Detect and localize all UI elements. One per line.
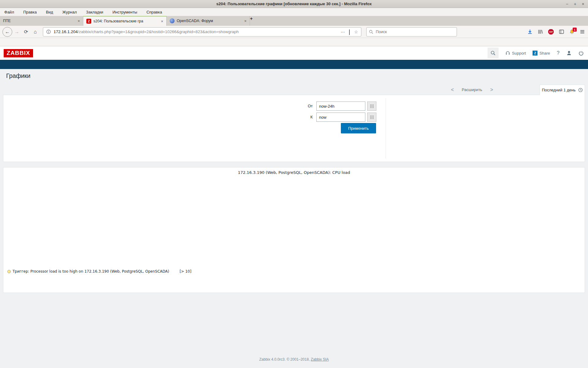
time-shift-right-icon[interactable]: > <box>490 87 493 93</box>
notifications-icon[interactable]: 1 <box>569 29 575 34</box>
zabbix-footer: Zabbix 4.0.0rc3. © 2001–2018, Zabbix SIA <box>0 357 588 362</box>
help-link[interactable]: ? <box>557 50 560 56</box>
chart-panel: 172.16.3.190 (Web, PostgreSQL, OpenSCADA… <box>3 167 585 293</box>
forward-button[interactable]: → <box>12 27 21 36</box>
search-bar[interactable] <box>366 27 457 36</box>
tab-bar: ПТЕ×Zs204: Пользовательские гра×OpenSCAD… <box>0 16 588 26</box>
home-button[interactable]: ⌂ <box>31 27 40 36</box>
to-calendar-button[interactable] <box>367 113 376 122</box>
window-controls: − + × <box>566 0 584 8</box>
tab-title: OpenSCADA: Форум <box>177 19 240 23</box>
browser-tab-1[interactable]: Zs204: Пользовательские гра× <box>83 16 167 26</box>
tab-close-icon[interactable]: × <box>159 19 163 24</box>
zabbix-icon: Z <box>86 19 91 24</box>
to-label: К <box>305 115 313 119</box>
trigger-row: Триггер: Processor load is too high on 1… <box>7 269 191 274</box>
zabbix-logo[interactable]: ZABBIX <box>4 49 33 57</box>
support-link[interactable]: Support <box>505 51 526 56</box>
window-title: s204: Пользовательские графики [обновлен… <box>216 2 372 6</box>
time-zoomout-button[interactable]: Расширить <box>462 87 482 92</box>
footer-link[interactable]: Zabbix SIA <box>311 357 329 362</box>
toolbar-icons: ABP 1 <box>527 29 585 35</box>
openscada-icon <box>170 18 175 23</box>
tab-close-icon[interactable]: × <box>76 19 80 23</box>
site-info-icon[interactable] <box>46 29 51 34</box>
menu-item-3[interactable]: Журнал <box>62 10 77 14</box>
zabbix-search-icon[interactable] <box>488 48 499 59</box>
zabbix-header-right: Support Z Share ? <box>488 48 584 59</box>
page-actions-icon[interactable]: ⋯ <box>341 29 345 34</box>
menu-item-2[interactable]: Вид <box>46 10 53 14</box>
reload-button[interactable]: ⟳ <box>21 27 31 36</box>
menu-bar: ФайлПравкаВидЖурналЗакладкиИнструментыСп… <box>0 8 588 16</box>
menu-item-4[interactable]: Закладки <box>86 10 103 14</box>
browser-tab-2[interactable]: OpenSCADA: Форум× <box>167 16 250 26</box>
url-bar[interactable]: 172.16.1.204/zabbix/charts.php?page=1&gr… <box>43 27 361 36</box>
new-tab-button[interactable]: + <box>250 16 253 26</box>
window-titlebar: s204: Пользовательские графики [обновлен… <box>0 0 588 8</box>
browser-tab-0[interactable]: ПТЕ× <box>0 16 83 26</box>
bookmarks-bar <box>0 38 588 46</box>
menu-item-5[interactable]: Инструменты <box>112 10 137 14</box>
logout-icon[interactable] <box>579 51 584 56</box>
zabbix-share-icon: Z <box>533 51 537 56</box>
close-button[interactable]: × <box>582 2 584 6</box>
maximize-button[interactable]: + <box>574 2 576 6</box>
back-button[interactable]: ← <box>2 27 12 37</box>
zabbix-subnav <box>0 60 588 69</box>
url-path: /zabbix/charts.php?page=1&groupid=2&host… <box>78 29 239 34</box>
url-host: 172.16.1.204 <box>54 29 78 34</box>
time-shift-left-icon[interactable]: < <box>451 87 454 93</box>
chart-title: 172.16.3.190 (Web, PostgreSQL, OpenSCADA… <box>3 170 585 175</box>
sidebar-icon[interactable] <box>559 29 564 34</box>
trigger-icon <box>7 270 11 273</box>
time-range-tab[interactable]: Последний 1 день <box>540 85 585 95</box>
time-strip: < Расширить > Последний 1 день <box>3 85 585 95</box>
search-input[interactable] <box>376 29 446 34</box>
navigation-toolbar: ← → ⟳ ⌂ 172.16.1.204/zabbix/charts.php?p… <box>0 26 588 38</box>
profile-icon[interactable] <box>566 50 572 56</box>
legend-headers <box>109 263 191 268</box>
apply-button[interactable]: Применить <box>341 123 376 133</box>
headset-icon <box>505 51 510 56</box>
page-title: Графики <box>6 72 31 79</box>
download-icon[interactable] <box>527 29 533 34</box>
trigger-threshold: [> 10] <box>179 269 191 274</box>
minimize-button[interactable]: − <box>566 2 568 6</box>
bookmark-star-icon[interactable]: ☆ <box>354 29 358 34</box>
to-input[interactable] <box>316 113 365 122</box>
search-icon <box>369 30 373 34</box>
menu-item-0[interactable]: Файл <box>4 10 14 14</box>
notification-badge: 1 <box>573 28 577 32</box>
adblock-icon[interactable]: ABP <box>548 29 554 35</box>
from-label: От <box>305 104 313 108</box>
library-icon[interactable] <box>538 29 543 34</box>
tab-title: ПТЕ <box>3 19 74 23</box>
hamburger-menu-icon[interactable] <box>580 29 585 34</box>
share-link[interactable]: Z Share <box>533 51 550 56</box>
from-calendar-button[interactable] <box>367 102 376 111</box>
trigger-label: Триггер: Processor load is too high on 1… <box>13 269 169 274</box>
pocket-icon[interactable] <box>349 29 350 34</box>
tab-close-icon[interactable]: × <box>242 19 247 23</box>
menu-item-6[interactable]: Справка <box>146 10 162 14</box>
zabbix-header: ZABBIX Support Z Share ? <box>0 46 588 60</box>
menu-item-1[interactable]: Правка <box>23 10 37 14</box>
chart-legend: Триггер: Processor load is too high on 1… <box>7 263 191 274</box>
time-selector-panel: От К Применить <box>3 95 585 162</box>
tab-title: s204: Пользовательские гра <box>93 19 157 23</box>
from-input[interactable] <box>316 102 365 111</box>
clock-icon <box>578 88 583 92</box>
panel-divider <box>386 98 386 159</box>
